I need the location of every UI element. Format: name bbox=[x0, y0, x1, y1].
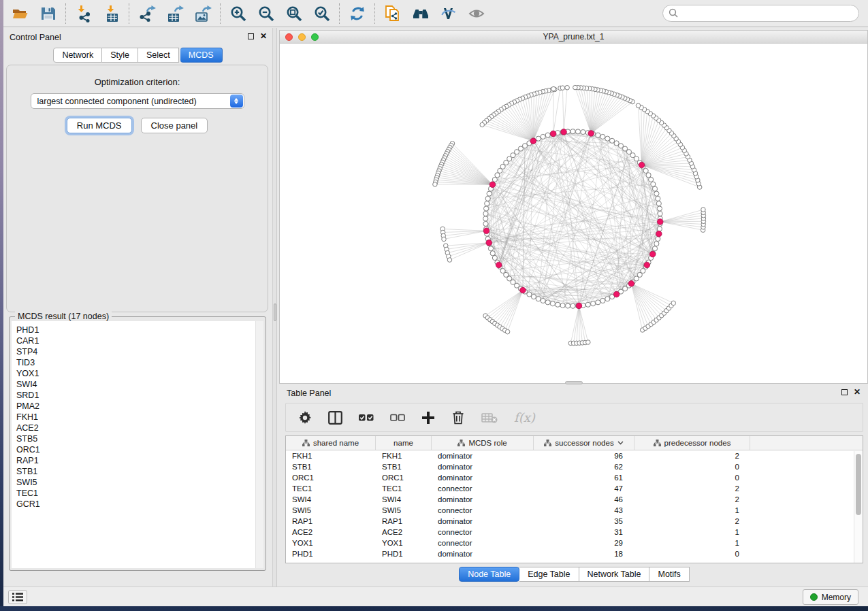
table-cell[interactable]: dominator bbox=[432, 495, 534, 503]
mcds-result-item[interactable]: TID3 bbox=[12, 357, 263, 368]
mcds-result-item[interactable]: SWI4 bbox=[12, 379, 263, 390]
zoom-selected-button[interactable] bbox=[308, 2, 336, 25]
table-row[interactable]: SWI4SWI4dominator462 bbox=[286, 494, 863, 505]
mcds-result-item[interactable]: PMA2 bbox=[12, 401, 263, 412]
mcds-result-item[interactable]: FKH1 bbox=[12, 412, 263, 423]
column-header-shared-name[interactable]: shared name bbox=[286, 436, 376, 450]
table-row[interactable]: ORC1ORC1dominator610 bbox=[286, 472, 863, 483]
mcds-list-scrollbar[interactable] bbox=[255, 321, 263, 568]
table-scrollbar[interactable] bbox=[854, 451, 863, 563]
open-session-button[interactable] bbox=[6, 2, 34, 25]
table-cell[interactable]: YOX1 bbox=[286, 539, 376, 547]
table-cell[interactable]: PHD1 bbox=[286, 550, 376, 558]
table-cell[interactable]: ACE2 bbox=[376, 528, 432, 536]
table-cell[interactable]: 1 bbox=[634, 528, 750, 536]
tab-style[interactable]: Style bbox=[102, 48, 138, 63]
table-cell[interactable]: dominator bbox=[432, 463, 534, 471]
column-header-successor-nodes[interactable]: successor nodes bbox=[534, 436, 634, 450]
table-cell[interactable]: FKH1 bbox=[286, 452, 376, 460]
table-row[interactable]: ACE2ACE2connector311 bbox=[286, 527, 863, 538]
mcds-result-item[interactable]: SWI5 bbox=[12, 477, 263, 488]
first-neighbors-button[interactable] bbox=[406, 2, 434, 25]
delete-column-button[interactable] bbox=[451, 410, 465, 425]
minimize-window-button[interactable] bbox=[298, 33, 306, 41]
import-network-button[interactable] bbox=[69, 2, 97, 25]
close-window-button[interactable] bbox=[285, 33, 293, 41]
mcds-result-item[interactable]: STP4 bbox=[12, 346, 263, 357]
table-cell[interactable]: connector bbox=[432, 506, 534, 514]
table-cell[interactable]: 62 bbox=[534, 463, 634, 471]
column-header-predecessor-nodes[interactable]: predecessor nodes bbox=[634, 436, 750, 450]
table-cell[interactable]: 61 bbox=[534, 474, 634, 482]
table-settings-button[interactable] bbox=[298, 411, 312, 425]
table-cell[interactable]: 18 bbox=[534, 550, 634, 558]
show-hide-button[interactable] bbox=[462, 2, 490, 25]
column-header-MCDS-role[interactable]: MCDS role bbox=[432, 436, 534, 450]
float-panel-icon[interactable] bbox=[841, 389, 848, 395]
table-cell[interactable]: 96 bbox=[534, 452, 634, 460]
table-cell[interactable]: 1 bbox=[634, 539, 750, 547]
table-cell[interactable]: TEC1 bbox=[286, 484, 376, 493]
mcds-result-item[interactable]: RAP1 bbox=[12, 455, 263, 466]
select-all-button[interactable] bbox=[359, 411, 374, 425]
tab-mcds[interactable]: MCDS bbox=[180, 48, 223, 63]
deselect-all-button[interactable] bbox=[390, 411, 405, 425]
refresh-button[interactable] bbox=[343, 2, 371, 25]
memory-button[interactable]: Memory bbox=[803, 589, 858, 605]
mcds-result-item[interactable]: ORC1 bbox=[12, 444, 263, 455]
mcds-result-item[interactable]: STB5 bbox=[12, 433, 263, 444]
tab-motifs[interactable]: Motifs bbox=[649, 567, 689, 582]
table-cell[interactable]: STB1 bbox=[286, 463, 376, 471]
table-cell[interactable]: 35 bbox=[534, 517, 634, 525]
table-row[interactable]: YOX1YOX1connector291 bbox=[286, 538, 863, 548]
zoom-out-button[interactable] bbox=[252, 2, 280, 25]
export-table-button[interactable] bbox=[161, 2, 189, 25]
mcds-result-item[interactable]: STB1 bbox=[12, 466, 263, 477]
tab-node-table[interactable]: Node Table bbox=[459, 567, 519, 582]
table-cell[interactable]: SWI4 bbox=[376, 495, 432, 503]
table-cell[interactable]: 0 bbox=[634, 550, 750, 558]
network-canvas[interactable] bbox=[280, 44, 867, 383]
table-row[interactable]: FKH1FKH1dominator962 bbox=[286, 450, 863, 461]
table-cell[interactable]: SWI4 bbox=[286, 495, 376, 503]
table-row[interactable]: STB1STB1dominator620 bbox=[286, 461, 863, 472]
graphics-details-button[interactable] bbox=[434, 2, 462, 25]
table-cell[interactable]: 1 bbox=[634, 506, 750, 514]
table-cell[interactable]: 0 bbox=[634, 474, 750, 482]
table-cell[interactable]: TEC1 bbox=[376, 484, 432, 493]
zoom-fit-button[interactable] bbox=[280, 2, 308, 25]
close-panel-button[interactable]: Close panel bbox=[141, 118, 208, 133]
table-cell[interactable]: connector bbox=[432, 539, 534, 547]
table-row[interactable]: PHD1PHD1dominator180 bbox=[286, 548, 863, 559]
tab-network-table[interactable]: Network Table bbox=[579, 567, 650, 582]
table-cell[interactable]: 2 bbox=[634, 484, 750, 493]
console-button[interactable] bbox=[8, 590, 27, 604]
mcds-result-item[interactable]: TEC1 bbox=[12, 488, 263, 499]
table-scrollbar-thumb[interactable] bbox=[856, 454, 861, 515]
column-header-name[interactable]: name bbox=[376, 436, 432, 450]
save-session-button[interactable] bbox=[34, 2, 62, 25]
table-row[interactable]: TEC1TEC1connector472 bbox=[286, 483, 863, 494]
table-cell[interactable]: 46 bbox=[534, 495, 634, 503]
table-cell[interactable]: 43 bbox=[534, 506, 634, 514]
table-cell[interactable]: YOX1 bbox=[376, 539, 432, 547]
export-image-button[interactable] bbox=[189, 2, 216, 25]
table-cell[interactable]: ACE2 bbox=[286, 528, 376, 536]
table-cell[interactable]: ORC1 bbox=[286, 474, 376, 482]
table-cell[interactable]: 29 bbox=[534, 539, 634, 547]
network-graph[interactable] bbox=[280, 44, 867, 383]
zoom-in-button[interactable] bbox=[224, 2, 252, 25]
table-cell[interactable]: 2 bbox=[634, 495, 750, 503]
run-mcds-button[interactable]: Run MCDS bbox=[67, 118, 132, 133]
maximize-window-button[interactable] bbox=[311, 33, 319, 41]
table-row[interactable]: SWI5SWI5connector431 bbox=[286, 505, 863, 516]
table-cell[interactable]: SWI5 bbox=[286, 506, 376, 514]
show-columns-button[interactable] bbox=[328, 411, 342, 425]
mcds-result-item[interactable]: SRD1 bbox=[12, 390, 263, 401]
table-cell[interactable]: 47 bbox=[534, 484, 634, 493]
table-cell[interactable]: 31 bbox=[534, 528, 634, 536]
table-cell[interactable]: STB1 bbox=[376, 463, 432, 471]
export-network-button[interactable] bbox=[133, 2, 161, 25]
import-table-button[interactable] bbox=[97, 2, 125, 25]
tab-edge-table[interactable]: Edge Table bbox=[519, 567, 579, 582]
